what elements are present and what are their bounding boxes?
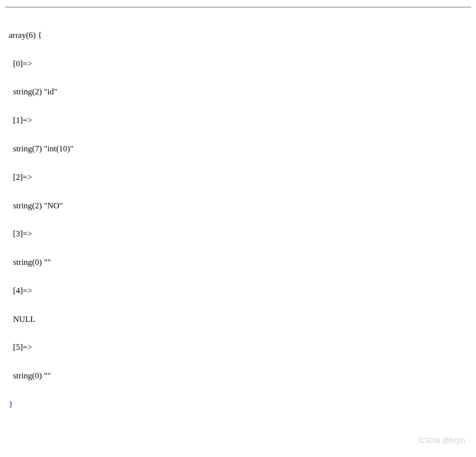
array-index: [0]=>: [9, 57, 471, 71]
array-header: array(6) {: [9, 455, 471, 457]
code-dump: array(6) { [0]=> string(2) "id" [1]=> st…: [0, 11, 476, 457]
array-index: [4]=>: [9, 284, 471, 298]
array-value: NULL: [9, 313, 471, 327]
array-footer: }: [9, 398, 471, 412]
array-value: string(7) "int(10)": [9, 142, 471, 156]
blank-line: [9, 426, 471, 440]
array-value: string(0) "": [9, 256, 471, 270]
array-index: [3]=>: [9, 227, 471, 241]
array-value: string(2) "id": [9, 85, 471, 99]
array-value: string(2) "NO": [9, 199, 471, 213]
array-index: [2]=>: [9, 171, 471, 185]
array-index: [1]=>: [9, 114, 471, 128]
text: array(6) {: [9, 30, 42, 40]
top-divider: [5, 7, 471, 7]
watermark: CSDN @hcjtn: [419, 434, 465, 447]
array-value: string(0) "": [9, 369, 471, 383]
array-index: [5]=>: [9, 341, 471, 355]
array-header: array(6) {: [9, 29, 471, 43]
